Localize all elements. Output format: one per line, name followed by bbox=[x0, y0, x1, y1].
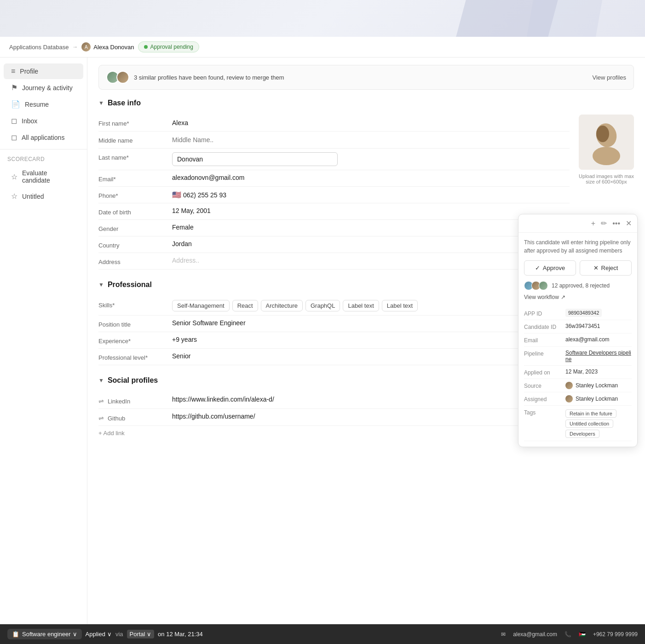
close-icon[interactable]: ✕ bbox=[626, 219, 632, 228]
tags-mini-container: Retain in the future Untitled collection… bbox=[565, 409, 632, 438]
github-label-text: Github bbox=[108, 415, 125, 422]
last-name-value[interactable] bbox=[172, 152, 570, 166]
last-name-label: Last name* bbox=[98, 152, 172, 161]
bottom-bar-right: ✉ alexa@gmail.com 📞 🇯🇴 +962 79 999 9999 bbox=[501, 631, 638, 638]
skill-tag-self-management[interactable]: Self-Management bbox=[172, 300, 230, 311]
github-label: ⇌ Github bbox=[98, 413, 172, 422]
content-area: 3 similar profiles have been found, revi… bbox=[87, 58, 645, 624]
skill-tag-label2[interactable]: Label text bbox=[382, 300, 418, 311]
skill-tag-label1[interactable]: Label text bbox=[343, 300, 379, 311]
base-info-title: Base info bbox=[108, 99, 141, 107]
sidebar-item-evaluate[interactable]: ☆ Evaluate candidate bbox=[4, 166, 83, 188]
base-info-header[interactable]: ▼ Base info bbox=[98, 99, 634, 107]
middle-name-input[interactable] bbox=[172, 135, 338, 144]
portal-badge: Portal ∨ bbox=[127, 630, 155, 638]
approve-button[interactable]: ✓ Approve bbox=[524, 260, 576, 276]
gender-label: Gender bbox=[98, 224, 172, 232]
country-label: Country bbox=[98, 240, 172, 249]
add-link-text: + Add link bbox=[98, 430, 125, 437]
last-name-input[interactable] bbox=[172, 152, 338, 166]
sidebar-item-untitled[interactable]: ☆ Untitled bbox=[4, 188, 83, 204]
merge-banner: 3 similar profiles have been found, revi… bbox=[98, 65, 634, 90]
approval-badge: Approval pending bbox=[138, 41, 199, 52]
view-workflow-link[interactable]: View workflow ↗ bbox=[524, 294, 632, 300]
skill-tag-react[interactable]: React bbox=[232, 300, 258, 311]
sidebar-item-journey[interactable]: ⚑ Journey & activity bbox=[4, 80, 83, 96]
pipeline-label: Pipeline bbox=[524, 350, 565, 357]
source-avatar bbox=[565, 382, 573, 389]
candidate-id-row: Candidate ID 36w39473451 bbox=[524, 320, 632, 334]
social-toggle-icon: ▼ bbox=[98, 377, 104, 384]
breadcrumb-app[interactable]: Applications Database bbox=[9, 44, 69, 51]
linkedin-social-row: ⇌ LinkedIn bbox=[98, 397, 172, 405]
sidebar-item-resume[interactable]: 📄 Resume bbox=[4, 96, 83, 112]
middle-name-value[interactable] bbox=[172, 135, 570, 144]
link-icon-github: ⇌ bbox=[98, 414, 104, 422]
email-value: alexadonovn@gmail.com bbox=[172, 174, 570, 181]
user-avatar-small: A bbox=[81, 42, 91, 52]
bottom-email: alexa@gmail.com bbox=[513, 631, 557, 638]
assigned-row: Assigned Stanley Lockman bbox=[524, 392, 632, 406]
section-toggle-icon: ▼ bbox=[98, 100, 104, 106]
address-value[interactable]: Address.. bbox=[172, 257, 570, 264]
address-label: Address bbox=[98, 257, 172, 265]
scorecard-label: Scorecard bbox=[0, 153, 87, 165]
candidate-id-value: 36w39473451 bbox=[565, 323, 632, 329]
email-label: Email* bbox=[98, 174, 172, 183]
bottom-phone: +962 79 999 9999 bbox=[593, 631, 638, 638]
add-icon[interactable]: + bbox=[591, 219, 595, 228]
dob-value: 12 May, 2001 bbox=[172, 207, 570, 214]
flag-icon-bottom: 🇯🇴 bbox=[579, 631, 586, 638]
pipeline-link[interactable]: Software Developers pipeline bbox=[565, 350, 631, 362]
sidebar-item-label: Inbox bbox=[22, 117, 37, 125]
upload-hint: Upload images with max size of 600×600px bbox=[579, 173, 634, 184]
first-name-row: First name* bbox=[98, 115, 570, 132]
portal-text: Portal bbox=[130, 631, 145, 638]
tag-untitled-collection[interactable]: Untitled collection bbox=[565, 420, 613, 428]
phone-row: Phone* 🇺🇸 062) 255 25 93 bbox=[98, 187, 570, 203]
sidebar-item-label: Evaluate candidate bbox=[22, 169, 76, 184]
experience-label: Experience* bbox=[98, 336, 172, 345]
evaluate-icon: ☆ bbox=[11, 172, 17, 181]
more-icon[interactable]: ••• bbox=[612, 219, 620, 228]
skill-tag-architecture[interactable]: Architecture bbox=[261, 300, 303, 311]
applied-on-label: Applied on bbox=[524, 368, 565, 376]
approval-status: Approval pending bbox=[150, 44, 193, 50]
professional-title: Professional bbox=[108, 281, 152, 289]
tag-retain[interactable]: Retain in the future bbox=[565, 409, 616, 418]
applications-icon: ◻ bbox=[11, 133, 17, 142]
approval-avatars bbox=[524, 281, 548, 290]
top-banner bbox=[0, 0, 645, 37]
approval-avatar-3 bbox=[539, 281, 548, 290]
sidebar-item-applications[interactable]: ◻ All applications bbox=[4, 129, 83, 145]
job-title-dropdown[interactable]: Software engineer ∨ bbox=[22, 631, 77, 638]
sidebar-item-inbox[interactable]: ◻ Inbox bbox=[4, 113, 83, 129]
reject-button[interactable]: ✕ Reject bbox=[580, 260, 632, 276]
pipeline-value: Software Developers pipeline bbox=[565, 350, 632, 362]
approve-label: Approve bbox=[543, 264, 565, 271]
avatar-image bbox=[579, 115, 634, 170]
panel-body: This candidate will enter hiring pipelin… bbox=[518, 233, 637, 447]
view-profiles-button[interactable]: View profiles bbox=[593, 74, 626, 81]
reject-x-icon: ✕ bbox=[593, 264, 599, 271]
applied-status-dropdown[interactable]: Applied ∨ bbox=[86, 631, 112, 638]
svg-point-2 bbox=[596, 126, 609, 142]
breadcrumb-user: A Alexa Donovan bbox=[81, 42, 134, 52]
tag-developers[interactable]: Developers bbox=[565, 430, 599, 438]
panel-email-row: Email alexa@gmail.com bbox=[524, 334, 632, 347]
skill-tag-graphql[interactable]: GraphQL bbox=[305, 300, 340, 311]
via-text: via bbox=[115, 631, 123, 638]
github-social-row: ⇌ Github bbox=[98, 414, 172, 422]
first-name-input[interactable] bbox=[172, 118, 338, 127]
first-name-value[interactable] bbox=[172, 118, 570, 127]
position-title-label: Position title bbox=[98, 319, 172, 328]
portal-dropdown-icon: ∨ bbox=[147, 631, 151, 638]
gender-value: Female bbox=[172, 224, 570, 231]
linkedin-label: ⇌ LinkedIn bbox=[98, 396, 172, 405]
social-profiles-title: Social profiles bbox=[108, 376, 158, 385]
status-dropdown-icon: ∨ bbox=[107, 631, 112, 638]
assigned-label: Assigned bbox=[524, 395, 565, 402]
sidebar-item-label: Profile bbox=[20, 68, 38, 75]
edit-icon[interactable]: ✏ bbox=[601, 219, 607, 228]
sidebar-item-profile[interactable]: ≡ Profile bbox=[4, 63, 83, 79]
